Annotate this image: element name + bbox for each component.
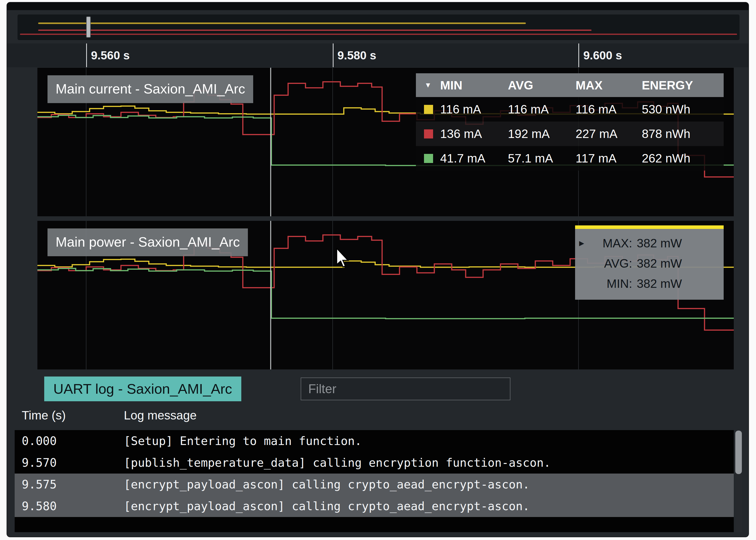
red-channel-swatch — [424, 129, 433, 138]
log-col-message: Log message — [124, 408, 196, 422]
tooltip-row-avg: AVG: 382 mW — [575, 253, 724, 273]
tooltip-value: 382 mW — [632, 236, 724, 250]
stat-value: 530 nWh — [642, 102, 724, 116]
log-message: [publish_temperature_data] calling encry… — [124, 452, 734, 473]
tooltip-label: AVG: — [590, 256, 632, 270]
stats-row-red[interactable]: 136 mA 192 mA 227 mA 878 nWh — [416, 122, 724, 146]
main-power-chart[interactable]: Main power - Saxion_AMI_Arc ▶ MAX: 382 m… — [37, 221, 734, 369]
stats-table: ▼ MIN AVG MAX ENERGY 116 mA 116 mA 116 m… — [416, 73, 724, 171]
log-scrollbar[interactable] — [735, 430, 742, 532]
stats-header[interactable]: ▼ MIN AVG MAX ENERGY — [416, 73, 724, 97]
analyzer-window: 9.560 s 9.580 s 9.600 s Main current - S… — [7, 2, 749, 537]
log-filter-input[interactable] — [301, 377, 510, 400]
stat-value: 262 nWh — [642, 151, 724, 165]
mouse-cursor — [335, 248, 350, 269]
tooltip-label: MIN: — [590, 277, 632, 291]
overview-scrubber-handle[interactable] — [86, 16, 91, 38]
uart-log-table[interactable]: 0.000 [Setup] Entering to main function.… — [15, 430, 734, 532]
stat-value: 116 mA — [575, 102, 642, 116]
log-message: [encrypt_payload_ascon] calling crypto_a… — [124, 473, 734, 495]
power-chart-title: Main power - Saxion_AMI_Arc — [48, 228, 248, 256]
tooltip-value: 382 mW — [632, 256, 724, 270]
log-row-highlighted[interactable]: 9.580 [encrypt_payload_ascon] calling cr… — [15, 495, 734, 517]
tooltip-accent-bar — [575, 225, 724, 229]
stat-value: 117 mA — [575, 151, 642, 165]
stats-row-yellow[interactable]: 116 mA 116 mA 116 mA 530 nWh — [416, 97, 724, 122]
uart-log-title: UART log - Saxion_AMI_Arc — [44, 376, 241, 401]
window-top-strip — [7, 3, 748, 10]
stat-value: 878 nWh — [642, 127, 724, 141]
stat-value: 57.1 mA — [508, 151, 575, 165]
tooltip-row-max: ▶ MAX: 382 mW — [575, 233, 724, 253]
stats-col-max: MAX — [575, 78, 642, 92]
sort-caret-icon[interactable]: ▼ — [416, 81, 440, 89]
time-tick: 9.580 s — [333, 44, 376, 67]
time-axis[interactable]: 9.560 s 9.580 s 9.600 s — [7, 44, 748, 67]
log-message: [Setup] Entering to main function. — [124, 430, 734, 452]
power-value-tooltip: ▶ MAX: 382 mW AVG: 382 mW MIN: 382 mW — [575, 225, 724, 300]
log-time: 9.570 — [22, 452, 124, 473]
stat-value: 41.7 mA — [440, 151, 508, 165]
stats-col-avg: AVG — [508, 78, 575, 92]
stat-value: 136 mA — [440, 127, 508, 141]
green-channel-swatch — [424, 154, 433, 163]
log-time: 0.000 — [22, 430, 124, 452]
stat-value: 227 mA — [575, 127, 642, 141]
time-tick: 9.600 s — [578, 44, 622, 67]
tooltip-value: 382 mW — [632, 277, 724, 291]
stat-value: 192 mA — [508, 127, 575, 141]
log-row-highlighted[interactable]: 9.575 [encrypt_payload_ascon] calling cr… — [15, 473, 734, 495]
log-scrollbar-thumb[interactable] — [735, 431, 742, 474]
log-col-time: Time (s) — [22, 408, 66, 422]
stats-col-min: MIN — [440, 78, 508, 92]
stat-value: 116 mA — [440, 102, 508, 116]
stats-col-energy: ENERGY — [642, 78, 724, 92]
main-current-chart[interactable]: Main current - Saxion_AMI_Arc ▼ MIN AVG … — [37, 68, 734, 216]
log-time: 9.575 — [22, 473, 124, 495]
overview-red-trace — [38, 30, 591, 31]
log-row[interactable]: 0.000 [Setup] Entering to main function. — [15, 430, 734, 452]
log-message: [encrypt_payload_ascon] calling crypto_a… — [124, 495, 734, 517]
stat-value: 116 mA — [508, 102, 575, 116]
tooltip-marker-icon: ▶ — [575, 239, 590, 247]
time-tick: 9.560 s — [86, 44, 130, 67]
stats-row-green[interactable]: 41.7 mA 57.1 mA 117 mA 262 nWh — [416, 146, 724, 171]
log-time: 9.580 — [22, 495, 124, 517]
overview-yellow-trace — [38, 23, 526, 24]
current-chart-title: Main current - Saxion_AMI_Arc — [48, 75, 253, 103]
timeline-overview[interactable] — [17, 14, 740, 41]
log-row[interactable]: 9.570 [publish_temperature_data] calling… — [15, 452, 734, 473]
yellow-channel-swatch — [424, 105, 433, 114]
tooltip-label: MAX: — [590, 236, 632, 250]
tooltip-row-min: MIN: 382 mW — [575, 273, 724, 294]
overview-red-full-trace — [20, 34, 737, 35]
